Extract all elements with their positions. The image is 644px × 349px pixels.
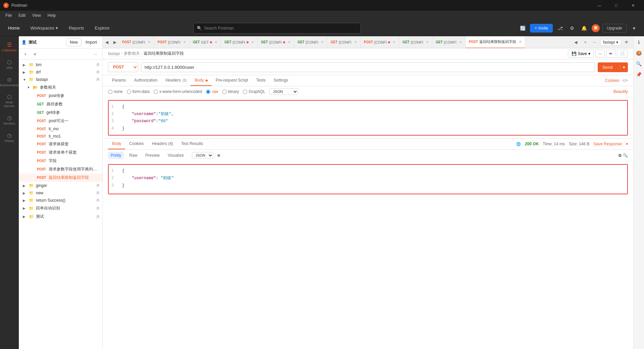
request-body-editor[interactable]: 1 { 2 "username":"初级", 3 "password":"66"… <box>108 100 628 136</box>
format-select[interactable]: JSON Text JavaScript XML HTML <box>269 88 298 95</box>
new-button[interactable]: New <box>66 38 82 46</box>
tab-main[interactable]: POST 返回结果限制返回字段 ✕ <box>466 36 525 48</box>
nav-prev-tab-button[interactable]: ◀ <box>572 38 580 46</box>
eye-icon[interactable]: 👁 <box>623 38 631 46</box>
method-select[interactable]: POST GET PUT DELETE PATCH <box>108 62 138 72</box>
nav-home[interactable]: Home <box>5 24 22 32</box>
request-post-timo[interactable]: POST ti_mo <box>19 125 102 133</box>
sidebar-item-apis[interactable]: ⬡ APIs <box>1 56 18 72</box>
collection-ceshi[interactable]: ▶ 📁 测试 共 <box>19 212 102 221</box>
save-button[interactable]: 💾 Save ▾ <box>568 50 594 58</box>
resp-view-raw[interactable]: Raw <box>126 152 140 159</box>
tab-confi10[interactable]: GET [CONFI ✕ <box>432 36 466 48</box>
tab-authorization[interactable]: Authorization <box>130 75 161 86</box>
maximize-button[interactable]: □ <box>608 0 624 11</box>
breadcrumb-params[interactable]: 参数相关 <box>124 51 140 56</box>
new-tab-button[interactable]: + <box>581 38 589 46</box>
tab-confi1[interactable]: POST [CONFI ✕ <box>119 36 154 48</box>
nav-back-button[interactable]: ◀ <box>103 38 111 46</box>
save-resp-arrow[interactable]: ▾ <box>626 142 628 146</box>
opt-form-data[interactable]: form-data <box>127 89 150 94</box>
collection-huidan[interactable]: ▶ 📁 回单自动识别 共 <box>19 204 102 212</box>
upgrade-button[interactable]: Upgrade <box>602 24 627 33</box>
close-tab-icon[interactable]: ✕ <box>183 40 186 44</box>
collection-ginger[interactable]: ▶ 📁 ginger 共 <box>19 182 102 189</box>
request-post-timo1[interactable]: POST ti_mo1 <box>19 133 102 140</box>
tab-tests[interactable]: Tests <box>252 75 270 86</box>
tab-confi9[interactable]: GET [CONFI ✕ <box>399 36 432 48</box>
docs-button[interactable]: 📄 <box>617 50 628 58</box>
sidebar-item-history[interactable]: ◷ History <box>1 130 18 146</box>
sync-icon[interactable]: 🔄 <box>518 23 527 33</box>
tab-confi8[interactable]: POST [CONFI ✕ <box>361 36 399 48</box>
opt-urlencoded[interactable]: x-www-form-urlencoded <box>154 89 202 94</box>
tab-confi7[interactable]: GET [CONFI ✕ <box>327 36 361 48</box>
pin-icon[interactable]: 📌 <box>634 70 644 79</box>
request-post-ziduan[interactable]: POST 字段 <box>19 157 102 165</box>
sidebar-item-mock-servers[interactable]: ⬡ Mock Servers <box>1 91 18 111</box>
menu-help[interactable]: Help <box>45 12 59 19</box>
resp-tab-cookies[interactable]: Cookies <box>125 139 148 149</box>
more-options-button[interactable]: ··· <box>92 50 100 58</box>
avatar[interactable]: 测 <box>592 24 600 32</box>
resp-view-pretty[interactable]: Pretty <box>108 152 124 159</box>
edit-button[interactable]: ✏ <box>606 50 615 58</box>
resp-tab-headers[interactable]: Headers (4) <box>148 139 177 149</box>
resp-tab-testresults[interactable]: Test Results <box>177 139 207 149</box>
tab-confi6[interactable]: GET [CONFI ✕ <box>294 36 327 48</box>
resp-filter-button[interactable]: ≡ <box>217 153 220 158</box>
tab-headers[interactable]: Headers (8) <box>161 75 191 86</box>
tab-confi5[interactable]: GET [CONFI ✕ <box>258 36 294 48</box>
expand-icon[interactable]: ▾ <box>629 23 639 33</box>
resp-view-visualize[interactable]: Visualize <box>165 152 186 159</box>
info-icon[interactable]: ℹ <box>634 38 644 47</box>
nav-forward-button[interactable]: ▶ <box>111 38 119 46</box>
import-button[interactable]: Import <box>83 38 100 46</box>
resp-tab-body[interactable]: Body <box>108 139 125 149</box>
request-post-chuancan[interactable]: POST post传参 <box>19 92 102 100</box>
collection-return-success[interactable]: ▶ 📁 return Success() 共 <box>19 197 102 204</box>
more-actions-button[interactable]: ··· <box>595 50 605 58</box>
close-tab-icon[interactable]: ✕ <box>251 40 254 44</box>
search-bar[interactable]: 🔍 Search Postman <box>193 23 361 34</box>
close-tab-icon[interactable]: ✕ <box>459 40 462 44</box>
opt-binary[interactable]: binary <box>222 89 239 94</box>
request-post-fanhui[interactable]: POST 返回结果限制返回字段 <box>19 173 102 182</box>
tab-params[interactable]: Params <box>108 75 130 86</box>
collection-fastapi[interactable]: ▼ 📁 fastapi 共 <box>19 76 102 83</box>
close-tab-icon[interactable]: ✕ <box>215 40 217 44</box>
search-response-button[interactable]: 🔍 <box>623 153 628 158</box>
save-response-button[interactable]: Save Response <box>593 142 622 146</box>
nav-workspaces[interactable]: Workspaces ▾ <box>28 24 61 32</box>
copy-response-button[interactable]: ⧉ <box>619 153 622 158</box>
resp-format-select[interactable]: JSON <box>192 152 213 159</box>
add-collection-button[interactable]: + <box>21 50 30 58</box>
menu-file[interactable]: File <box>3 12 14 19</box>
resp-view-preview[interactable]: Preview <box>143 152 162 159</box>
request-post-dange[interactable]: POST 请求体单个获套 <box>19 148 102 157</box>
menu-edit[interactable]: Edit <box>16 12 28 19</box>
menu-view[interactable]: View <box>30 12 44 19</box>
sidebar-item-monitors[interactable]: ◷ Monitors <box>1 112 18 128</box>
environment-selector[interactable]: fastapi ▾ <box>600 39 621 46</box>
cookie-icon[interactable]: 🍪 <box>634 48 644 58</box>
collection-bm[interactable]: ▶ 📁 bm 共 <box>19 61 102 68</box>
close-tab-icon[interactable]: ✕ <box>519 40 522 44</box>
close-tab-icon[interactable]: ✕ <box>426 40 429 44</box>
tab-prerequest[interactable]: Pre-request Script <box>212 75 252 86</box>
request-get-lujing[interactable]: GET 路径参数 <box>19 100 102 108</box>
nav-reports[interactable]: Reports <box>66 24 87 32</box>
more-tabs-button[interactable]: ··· <box>591 38 599 46</box>
settings-icon[interactable]: ⚙ <box>568 23 577 33</box>
collection-drf[interactable]: ▶ 📁 drf 共 <box>19 68 102 76</box>
request-post-kefa[interactable]: POST post可法一 <box>19 117 102 125</box>
tab-confi2[interactable]: POST [CONFI ✕ <box>154 36 190 48</box>
filter-button[interactable]: ≡ <box>31 50 39 58</box>
git-icon[interactable]: ⎇ <box>555 23 565 33</box>
url-input[interactable] <box>141 62 595 72</box>
nav-explore[interactable]: Explore <box>92 24 112 32</box>
tab-confi4[interactable]: GET [CONFI ✕ <box>221 36 258 48</box>
opt-none[interactable]: none <box>108 89 123 94</box>
tab-body[interactable]: Body <box>191 75 212 86</box>
request-post-ziduan2[interactable]: POST 请求参数字段使用字典列表集合... <box>19 165 102 173</box>
